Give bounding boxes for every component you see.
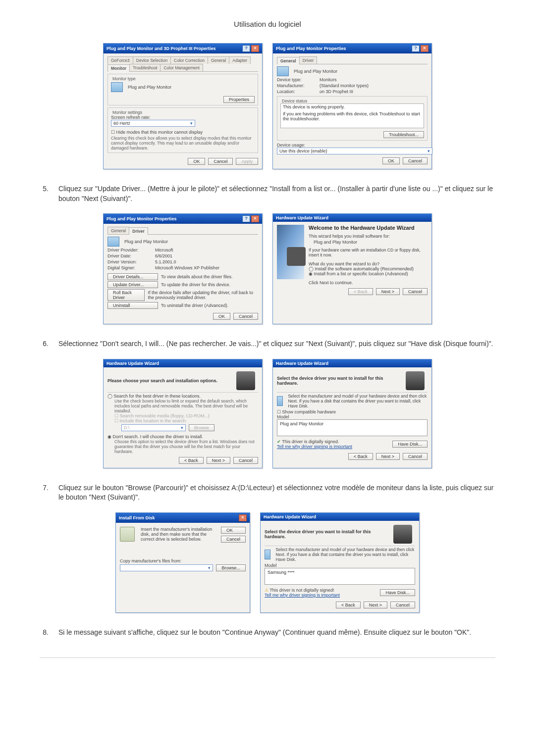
- dialog-title-text: Plug and Play Monitor Properties: [276, 46, 346, 51]
- check-include-location[interactable]: Include this location in the search:: [114, 418, 258, 423]
- monitor-name: Plug and Play Monitor: [124, 239, 168, 244]
- browse-button[interactable]: Browse...: [216, 564, 246, 571]
- next-button[interactable]: Next >: [376, 453, 400, 460]
- ok-button[interactable]: OK: [213, 313, 230, 320]
- cancel-button[interactable]: Cancel: [403, 453, 428, 460]
- next-button[interactable]: Next >: [207, 457, 230, 464]
- dialog-hardware-wizard-welcome: Hardware Update Wizard Welcome to the Ha…: [272, 213, 432, 324]
- close-icon[interactable]: ×: [421, 45, 428, 52]
- cancel-button[interactable]: Cancel: [233, 313, 258, 320]
- driver-provider-value: Microsoft: [155, 248, 173, 252]
- help-icon[interactable]: ?: [242, 215, 250, 222]
- driver-provider-label: Driver Provider:: [107, 248, 152, 252]
- rollback-driver-desc: If the device fails after updating the d…: [148, 290, 258, 300]
- close-icon[interactable]: ×: [251, 45, 259, 52]
- dialog-driver-tab: Plug and Play Monitor Properties ?× Gene…: [103, 213, 263, 324]
- hide-modes-desc: Clearing this check box allows you to se…: [111, 136, 255, 151]
- hardware-icon: [406, 371, 425, 390]
- next-button[interactable]: Next >: [376, 288, 400, 295]
- back-button[interactable]: < Back: [348, 453, 373, 460]
- tab-geforce[interactable]: GeForce3: [107, 56, 133, 64]
- signing-link[interactable]: Tell me why driver signing is important: [265, 593, 340, 598]
- refresh-select[interactable]: 60 Hertz ▾: [111, 120, 195, 127]
- tab-adapter[interactable]: Adapter: [229, 56, 251, 64]
- dialog-title-text: Plug and Play Monitor and 3D Prophet III…: [107, 46, 216, 51]
- dialog-wizard-select-driver: Hardware Update Wizard Select the device…: [272, 359, 432, 468]
- uninstall-button[interactable]: Uninstall: [107, 302, 158, 309]
- check-removable-media[interactable]: Search removable media (floppy, CD-ROM..…: [114, 413, 258, 418]
- tab-device-selection[interactable]: Device Selection: [133, 56, 171, 64]
- wizard-device-name: Plug and Play Monitor: [314, 240, 428, 245]
- wizard-option-list[interactable]: Install from a list or specific location…: [309, 271, 428, 276]
- cancel-button[interactable]: Cancel: [233, 457, 258, 464]
- monitor-type-label: Monitor type: [111, 76, 137, 81]
- dialog-pnp-monitor-properties: Plug and Play Monitor Properties ? × Gen…: [272, 43, 432, 169]
- show-compatible-checkbox[interactable]: Show compatible hardware: [277, 409, 428, 414]
- wizard-option-auto[interactable]: Install the software automatically (Reco…: [309, 266, 428, 271]
- ok-button[interactable]: OK: [382, 157, 400, 164]
- model-list[interactable]: Plug and Play Monitor: [277, 419, 428, 436]
- dialog-title-text: Plug and Play Monitor Properties: [107, 216, 177, 221]
- model-item: Samsung ****: [268, 570, 295, 575]
- cancel-button[interactable]: Cancel: [390, 602, 415, 608]
- step-text: Sélectionnez "Don't search, I will... (N…: [58, 339, 495, 349]
- tab-general[interactable]: General: [107, 227, 129, 234]
- troubleshoot-button[interactable]: Troubleshoot...: [383, 131, 424, 138]
- cancel-button[interactable]: Cancel: [403, 288, 428, 295]
- device-usage-select[interactable]: Use this device (enable) ▾: [277, 148, 432, 154]
- dialog-title-text: Hardware Update Wizard: [264, 514, 316, 519]
- driver-details-button[interactable]: Driver Details...: [107, 273, 158, 280]
- refresh-label: Screen refresh rate:: [111, 115, 255, 120]
- model-label: Model: [277, 414, 428, 419]
- driver-not-signed-text: This driver is not digitally signed!: [269, 588, 334, 593]
- tab-driver[interactable]: Driver: [299, 56, 318, 64]
- tab-monitor[interactable]: Monitor: [107, 64, 130, 72]
- have-disk-button[interactable]: Have Disk...: [380, 589, 415, 596]
- instruction-step-8: 8. Si le message suivant s'affiche, cliq…: [40, 628, 495, 638]
- option-dont-search[interactable]: Don't search. I will choose the driver t…: [107, 434, 258, 439]
- dialog-wizard-search-options: Hardware Update Wizard Please choose you…: [103, 359, 263, 468]
- tab-general[interactable]: General: [277, 57, 300, 64]
- dialog-wizard-select-driver-model: Hardware Update Wizard Select the device…: [260, 512, 420, 613]
- tab-troubleshoot[interactable]: Troubleshoot: [129, 64, 160, 71]
- cancel-button[interactable]: Cancel: [208, 158, 233, 165]
- help-icon[interactable]: ?: [242, 45, 250, 52]
- ok-button[interactable]: OK: [221, 527, 246, 534]
- back-button[interactable]: < Back: [336, 602, 361, 608]
- tab-general[interactable]: General: [208, 56, 229, 64]
- cancel-button[interactable]: Cancel: [221, 536, 246, 543]
- hide-modes-checkbox[interactable]: Hide modes that this monitor cannot disp…: [111, 130, 255, 135]
- next-button[interactable]: Next >: [364, 602, 387, 608]
- path-select[interactable]: D:\▾: [121, 424, 186, 431]
- cancel-button[interactable]: Cancel: [403, 157, 428, 164]
- have-disk-button[interactable]: Have Disk...: [392, 441, 428, 448]
- monitor-icon: [277, 396, 283, 406]
- browse-button[interactable]: Browse: [189, 424, 214, 431]
- apply-button[interactable]: Apply: [236, 158, 258, 165]
- back-button[interactable]: < Back: [179, 457, 204, 464]
- tab-color-management[interactable]: Color Management: [160, 64, 203, 71]
- model-list[interactable]: Samsung ****: [265, 568, 415, 585]
- signing-link[interactable]: Tell me why driver signing is important: [277, 444, 352, 449]
- refresh-value: 60 Hertz: [113, 121, 130, 126]
- wizard-question: What do you want the wizard to do?: [309, 261, 428, 266]
- tab-color-correction[interactable]: Color Correction: [170, 56, 208, 64]
- wizard-continue-text: Click Next to continue.: [309, 280, 428, 285]
- rollback-driver-button[interactable]: Roll Back Driver: [107, 289, 145, 301]
- properties-button[interactable]: Properties: [223, 96, 255, 103]
- help-icon[interactable]: ?: [412, 45, 420, 52]
- monitor-icon: [265, 550, 270, 559]
- step-number: 7.: [40, 483, 49, 503]
- chevron-down-icon: ▾: [190, 121, 193, 126]
- close-icon[interactable]: ×: [251, 215, 259, 222]
- path-value: D:\: [124, 425, 130, 430]
- driver-date-value: 6/6/2001: [155, 253, 172, 258]
- path-select[interactable]: ▾: [120, 564, 213, 571]
- update-driver-button[interactable]: Update Driver...: [107, 281, 158, 288]
- step-number: 6.: [40, 339, 49, 349]
- tab-driver[interactable]: Driver: [129, 227, 148, 235]
- option-search[interactable]: Search for the best driver in these loca…: [107, 394, 258, 399]
- ok-button[interactable]: OK: [188, 158, 205, 165]
- close-icon[interactable]: ×: [239, 514, 247, 521]
- back-button[interactable]: < Back: [348, 288, 373, 295]
